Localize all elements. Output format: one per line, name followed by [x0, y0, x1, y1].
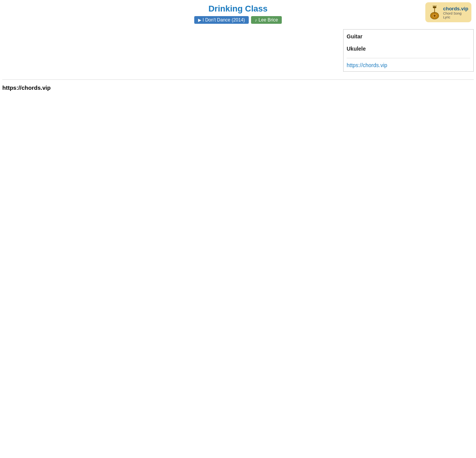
meta-badges: ▶ I Don't Dance (2014) ♪ Lee Brice	[0, 16, 476, 24]
svg-point-2	[433, 15, 435, 16]
song-title: Drinking Class	[0, 4, 476, 14]
guitar-section-title: Guitar	[347, 33, 470, 40]
page-footer: https://chords.vip	[0, 72, 476, 96]
svg-rect-4	[433, 7, 436, 8]
artist-badge[interactable]: ♪ Lee Brice	[251, 16, 282, 24]
guitar-icon	[428, 4, 441, 21]
footer-url: https://chords.vip	[2, 84, 474, 91]
main-content: Guitar Ukulele https://chords.vip	[0, 26, 476, 72]
chord-box: Guitar Ukulele https://chords.vip	[343, 29, 474, 72]
album-label: I Don't Dance (2014)	[203, 17, 245, 23]
page-header: Drinking Class ▶ I Don't Dance (2014) ♪ …	[0, 0, 476, 26]
artist-label: Lee Brice	[259, 17, 278, 23]
lyrics-column	[2, 29, 337, 72]
chords-column: Guitar Ukulele https://chords.vip	[343, 29, 474, 72]
ukulele-section-title: Ukulele	[347, 46, 470, 52]
logo-text: chords.vip	[443, 6, 468, 12]
logo: chords.vip Chord Song Lyric	[425, 2, 471, 22]
logo-tagline: Chord Song Lyric	[443, 12, 468, 19]
album-icon: ▶	[198, 18, 201, 23]
chord-url[interactable]: https://chords.vip	[347, 62, 470, 68]
album-badge[interactable]: ▶ I Don't Dance (2014)	[194, 16, 249, 24]
artist-icon: ♪	[255, 18, 257, 22]
